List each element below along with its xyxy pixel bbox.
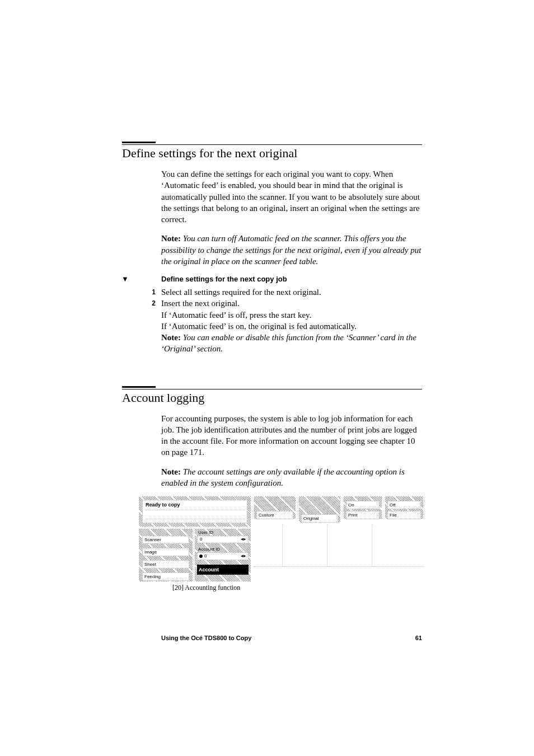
field-user-id[interactable]: 0 ◂▸ [197, 536, 249, 543]
tab-sheet[interactable]: Sheet [142, 560, 189, 569]
stepper-icon[interactable]: ◂▸ [241, 536, 246, 542]
body-paragraph: You can define the settings for each ori… [161, 168, 422, 225]
grid-area [254, 524, 423, 567]
tab-file[interactable]: File [387, 511, 421, 519]
note-label: Note: [161, 467, 181, 476]
note-text: The account settings are only available … [161, 467, 405, 487]
label-user-id: User ID [198, 530, 213, 535]
note-label: Note: [161, 333, 181, 342]
step-text: Insert the next original. If ‘Automatic … [161, 298, 422, 354]
step-number: 1 [122, 287, 161, 298]
step-text-line: Insert the next original. [161, 298, 422, 309]
tab-scanner[interactable]: Scanner [142, 536, 189, 544]
status-panel: Ready to copy [142, 500, 247, 523]
footer-text: Using the Océ TDS800 to Copy [161, 635, 251, 641]
figure-accounting: Ready to copy Custom Original On Print O… [139, 496, 424, 592]
tab-original[interactable]: Original [301, 514, 338, 523]
inline-note: Note: You can enable or disable this fun… [161, 332, 422, 355]
stepper-icon[interactable]: ◂▸ [241, 553, 246, 558]
field-account-id-value: 0 [204, 553, 207, 558]
page-number: 61 [415, 635, 422, 641]
status-text: Ready to copy [143, 500, 247, 509]
note-paragraph: Note: The account settings are only avai… [161, 466, 422, 489]
procedure-heading: Define settings for the next copy job [161, 275, 287, 283]
section-rule [122, 142, 156, 143]
field-account-id[interactable]: 0 ◂▸ [197, 552, 249, 560]
tab-off[interactable]: Off [387, 501, 421, 509]
procedure-step: 2 Insert the next original. If ‘Automati… [122, 298, 422, 354]
body-paragraph: For accounting purposes, the system is a… [161, 413, 422, 458]
procedure-marker-icon: ▼ [121, 275, 129, 284]
step-number: 2 [122, 298, 161, 354]
bullet-icon [199, 555, 203, 558]
section-define-settings: Define settings for the next original Yo… [122, 142, 422, 355]
step-text-line: If ‘Automatic feed’ is off, press the st… [161, 309, 422, 321]
tab-image[interactable]: Image [142, 548, 189, 556]
note-text: You can enable or disable this function … [161, 333, 416, 353]
tab-feeding[interactable]: Feeding [142, 572, 189, 581]
section-rule [122, 386, 156, 388]
section-title: Define settings for the next original [122, 144, 422, 161]
step-text-line: If ‘Automatic feed’ is on, the original … [161, 321, 422, 332]
tab-print[interactable]: Print [346, 511, 380, 519]
page-footer: Using the Océ TDS800 to Copy 61 [161, 635, 422, 641]
procedure-heading-row: ▼ Define settings for the next copy job [122, 275, 422, 283]
note-paragraph: Note: You can turn off Automatic feed on… [161, 233, 422, 267]
tab-custom[interactable]: Custom [256, 511, 293, 519]
tab-on[interactable]: On [346, 501, 380, 509]
label-account-id: Account ID [198, 547, 220, 552]
step-text: Select all settings required for the nex… [161, 287, 422, 298]
tab-account-active[interactable]: Account [197, 565, 249, 575]
note-label: Note: [161, 234, 181, 243]
note-text: You can turn off Automatic feed on the s… [161, 234, 421, 266]
section-title: Account logging [122, 389, 422, 405]
figure-caption: [20] Accounting function [172, 584, 424, 592]
procedure-step: 1 Select all settings required for the n… [122, 287, 422, 298]
section-account-logging: Account logging For accounting purposes,… [122, 386, 422, 593]
field-user-id-value: 0 [200, 537, 202, 542]
